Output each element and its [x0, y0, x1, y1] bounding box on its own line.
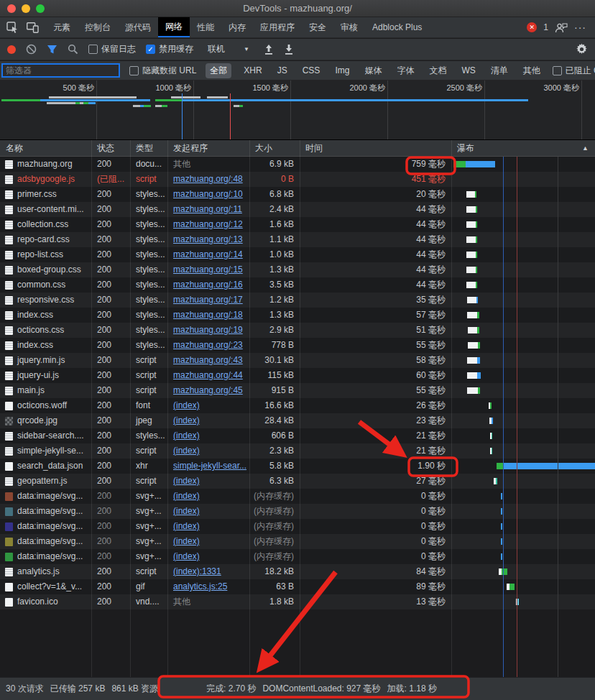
- column-header-5[interactable]: 大小: [249, 140, 300, 157]
- initiator-link[interactable]: mazhuang.org/:45: [173, 385, 243, 395]
- table-row[interactable]: search_data.json200xhrsimple-jekyll-sear…: [0, 459, 595, 474]
- tab-源代码[interactable]: 源代码: [118, 17, 158, 37]
- table-row[interactable]: collect?v=1&_v...200gifanalytics.js:2563…: [0, 579, 595, 594]
- initiator-link[interactable]: (index): [173, 446, 200, 456]
- throttling-select[interactable]: 联机 ▼: [203, 42, 254, 57]
- tab-元素[interactable]: 元素: [46, 17, 78, 37]
- filter-pill-文档[interactable]: 文档: [426, 63, 449, 78]
- preserve-log-checkbox-box[interactable]: [88, 45, 98, 54]
- table-row[interactable]: data:image/svg...200svg+...(index)(内存缓存)…: [0, 534, 595, 549]
- table-row[interactable]: mazhuang.org200docu...其他6.9 kB759 毫秒: [0, 157, 595, 172]
- table-row[interactable]: primer.css200styles...mazhuang.org/:106.…: [0, 187, 595, 202]
- import-har-icon[interactable]: [264, 44, 274, 55]
- initiator-link[interactable]: (index): [173, 400, 200, 410]
- initiator-link[interactable]: (index): [173, 430, 200, 441]
- filter-pill-清单[interactable]: 清单: [488, 63, 511, 78]
- initiator-link[interactable]: analytics.js:25: [173, 581, 227, 591]
- filter-pill-其他[interactable]: 其他: [520, 63, 543, 78]
- initiator-link[interactable]: mazhuang.org/:15: [173, 264, 243, 275]
- initiator-link[interactable]: mazhuang.org/:48: [173, 174, 243, 184]
- blocked-cookies-checkbox-box[interactable]: [553, 66, 562, 75]
- search-icon[interactable]: [68, 44, 78, 55]
- initiator-link[interactable]: mazhuang.org/:18: [173, 310, 243, 320]
- filter-pill-CSS[interactable]: CSS: [300, 64, 323, 77]
- sort-direction-icon[interactable]: ▲: [582, 140, 589, 157]
- hide-data-url-checkbox[interactable]: 隐藏数据 URL: [129, 65, 196, 77]
- table-row[interactable]: repo-card.css200styles...mazhuang.org/:1…: [0, 232, 595, 247]
- table-row[interactable]: adsbygoogle.js(已阻...scriptmazhuang.org/:…: [0, 172, 595, 187]
- network-overview-timeline[interactable]: 500 毫秒1000 毫秒1500 毫秒2000 毫秒2500 毫秒3000 毫…: [0, 80, 595, 140]
- preserve-log-checkbox[interactable]: 保留日志: [88, 43, 136, 55]
- filter-pill-Img[interactable]: Img: [332, 64, 352, 77]
- tab-审核[interactable]: 审核: [333, 17, 365, 37]
- more-options-icon[interactable]: ···: [574, 22, 586, 33]
- initiator-link[interactable]: (index): [173, 551, 200, 561]
- table-row[interactable]: octicons.css200styles...mazhuang.org/:19…: [0, 323, 595, 338]
- table-row[interactable]: data:image/svg...200svg+...(index)(内存缓存)…: [0, 549, 595, 564]
- initiator-link[interactable]: simple-jekyll-sear...: [173, 461, 246, 471]
- filter-pill-JS[interactable]: JS: [275, 64, 290, 77]
- disable-cache-checkbox[interactable]: ✓ 禁用缓存: [146, 43, 193, 55]
- column-header-3[interactable]: 类型: [130, 140, 167, 157]
- settings-gear-icon[interactable]: [576, 43, 588, 55]
- initiator-link[interactable]: mazhuang.org/:13: [173, 234, 243, 244]
- table-row[interactable]: boxed-group.css200styles...mazhuang.org/…: [0, 262, 595, 277]
- error-count-badge[interactable]: ✕: [527, 22, 537, 32]
- initiator-link[interactable]: (index): [173, 506, 200, 516]
- tab-网络[interactable]: 网络: [158, 17, 190, 37]
- initiator-link[interactable]: (index): [173, 415, 200, 425]
- table-row[interactable]: data:image/svg...200svg+...(index)(内存缓存)…: [0, 504, 595, 519]
- table-row[interactable]: main.js200scriptmazhuang.org/:45915 B55 …: [0, 383, 595, 398]
- initiator-link[interactable]: mazhuang.org/:12: [173, 219, 243, 229]
- initiator-link[interactable]: mazhuang.org/:14: [173, 249, 243, 259]
- disable-cache-checkbox-box[interactable]: ✓: [146, 45, 155, 54]
- column-header-1[interactable]: 名称: [0, 140, 91, 157]
- initiator-link[interactable]: mazhuang.org/:23: [173, 340, 243, 350]
- table-row[interactable]: user-content.mi...200styles...mazhuang.o…: [0, 202, 595, 217]
- filter-input[interactable]: [1, 63, 120, 78]
- table-row[interactable]: collection.css200styles...mazhuang.org/:…: [0, 217, 595, 232]
- device-toolbar-icon[interactable]: [26, 21, 39, 34]
- table-row[interactable]: jquery.min.js200scriptmazhuang.org/:4330…: [0, 353, 595, 368]
- initiator-link[interactable]: (index): [173, 536, 200, 546]
- initiator-link[interactable]: mazhuang.org/:43: [173, 355, 243, 365]
- tab-应用程序[interactable]: 应用程序: [253, 17, 302, 37]
- initiator-link[interactable]: mazhuang.org/:19: [173, 325, 243, 335]
- hide-data-url-checkbox-box[interactable]: [129, 66, 139, 75]
- filter-pill-字体[interactable]: 字体: [394, 63, 417, 78]
- column-header-6[interactable]: 时间: [300, 140, 451, 157]
- blocked-cookies-checkbox[interactable]: 已阻止 Cookie: [553, 65, 595, 77]
- table-row[interactable]: octicons.woff200font(index)16.6 kB26 毫秒: [0, 398, 595, 413]
- tab-Adblock Plus[interactable]: Adblock Plus: [365, 17, 429, 37]
- tab-安全[interactable]: 安全: [302, 17, 333, 37]
- record-network-log-button[interactable]: [7, 45, 16, 54]
- table-row[interactable]: repo-list.css200styles...mazhuang.org/:1…: [0, 247, 595, 262]
- clear-network-log-icon[interactable]: [26, 44, 37, 55]
- initiator-link[interactable]: mazhuang.org/:44: [173, 370, 243, 380]
- table-row[interactable]: qrcode.jpg200jpeg(index)28.4 kB23 毫秒: [0, 413, 595, 428]
- initiator-link[interactable]: (index): [173, 476, 200, 486]
- table-row[interactable]: geopattern.js200script(index)6.3 kB27 毫秒: [0, 474, 595, 489]
- remote-devices-icon[interactable]: [555, 21, 568, 34]
- column-header-7[interactable]: 瀑布: [451, 140, 595, 157]
- table-row[interactable]: jquery-ui.js200scriptmazhuang.org/:44115…: [0, 368, 595, 383]
- table-row[interactable]: index.css200styles...mazhuang.org/:23778…: [0, 338, 595, 353]
- initiator-link[interactable]: (index): [173, 491, 200, 501]
- table-row[interactable]: analytics.js200script(index):133118.2 kB…: [0, 564, 595, 579]
- initiator-link[interactable]: (index):1331: [173, 566, 221, 576]
- initiator-link[interactable]: mazhuang.org/:16: [173, 280, 243, 290]
- export-har-icon[interactable]: [284, 44, 294, 55]
- column-header-4[interactable]: 发起程序: [167, 140, 249, 157]
- table-row[interactable]: data:image/svg...200svg+...(index)(内存缓存)…: [0, 489, 595, 504]
- filter-icon[interactable]: [47, 45, 57, 55]
- filter-pill-XHR[interactable]: XHR: [241, 64, 264, 77]
- table-row[interactable]: favicon.ico200vnd....其他1.8 kB13 毫秒: [0, 594, 595, 609]
- table-row[interactable]: responsive.css200styles...mazhuang.org/:…: [0, 293, 595, 308]
- tab-性能[interactable]: 性能: [190, 17, 221, 37]
- column-header-2[interactable]: 状态: [91, 140, 130, 157]
- inspect-element-icon[interactable]: [6, 21, 19, 34]
- initiator-link[interactable]: (index): [173, 521, 200, 531]
- initiator-link[interactable]: mazhuang.org/:11: [173, 204, 242, 214]
- table-row[interactable]: index.css200styles...mazhuang.org/:181.3…: [0, 308, 595, 323]
- initiator-link[interactable]: mazhuang.org/:17: [173, 295, 243, 305]
